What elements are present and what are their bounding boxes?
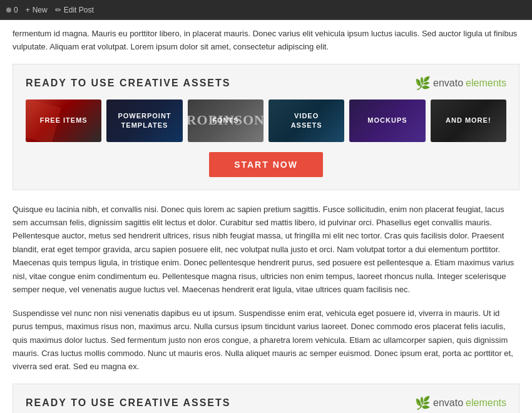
plus-icon: + (26, 6, 30, 14)
wp-dot (6, 8, 11, 13)
envato-text: envato (433, 78, 463, 89)
pencil-icon: ✏ (55, 6, 61, 14)
block2-title: READY TO USE CREATIVE ASSETS (26, 397, 230, 409)
edit-label: Edit Post (64, 6, 94, 14)
envato-logo-2: 🌿 envatoelements (415, 395, 506, 410)
card-label-fonts-1: FONTS (210, 113, 241, 127)
cards-row-1: FREE ITEMS POWERPOINTTEMPLATES Robinson … (26, 99, 506, 142)
edit-post-button[interactable]: ✏ Edit Post (55, 6, 94, 14)
card-label-free-items-1: FREE ITEMS (38, 113, 90, 127)
card-powerpoint-1[interactable]: POWERPOINTTEMPLATES (106, 99, 182, 142)
body-paragraph-1: Quisque eu lacinia nibh, et convallis ni… (13, 203, 519, 297)
body-paragraph-2: Suspendisse vel nunc non nisi venenatis … (13, 307, 519, 374)
envato-text-2: envato (433, 397, 463, 409)
block1-title: READY TO USE CREATIVE ASSETS (26, 78, 230, 89)
creative-block-1: READY TO USE CREATIVE ASSETS 🌿 envatoele… (13, 64, 519, 190)
elements-text: elements (466, 78, 506, 89)
card-label-powerpoint-1: POWERPOINTTEMPLATES (115, 109, 173, 132)
start-now-button-1[interactable]: START NOW (209, 152, 323, 177)
creative-header-2: READY TO USE CREATIVE ASSETS 🌿 envatoele… (26, 395, 506, 410)
card-more-1[interactable]: AND MORE! (431, 99, 506, 142)
new-label: New (33, 6, 48, 14)
creative-block-2: READY TO USE CREATIVE ASSETS 🌿 envatoele… (13, 384, 519, 413)
card-free-items-1[interactable]: FREE ITEMS (26, 99, 101, 142)
intro-paragraph: fermentum id magna. Mauris eu porttitor … (13, 20, 519, 64)
top-bar: 0 + New ✏ Edit Post (0, 0, 532, 20)
card-label-mockups-1: MOCKUPS (365, 113, 409, 127)
envato-leaf-icon: 🌿 (415, 76, 431, 91)
envato-logo-1: 🌿 envatoelements (415, 76, 506, 91)
counter-label: 0 (14, 6, 18, 14)
creative-header-1: READY TO USE CREATIVE ASSETS 🌿 envatoele… (26, 76, 506, 91)
card-fonts-1[interactable]: Robinson FONTS (188, 99, 263, 142)
new-button[interactable]: + New (26, 6, 48, 14)
wp-icon-item: 0 (6, 6, 18, 14)
envato-leaf-icon-2: 🌿 (415, 395, 431, 410)
start-now-wrap-1: START NOW (26, 152, 506, 177)
card-label-video-1: VIDEOASSETS (289, 109, 325, 132)
card-label-more-1: AND MORE! (443, 113, 494, 127)
content-area: fermentum id magna. Mauris eu porttitor … (0, 20, 532, 413)
card-mockups-1[interactable]: MOCKUPS (349, 99, 425, 142)
elements-text-2: elements (466, 397, 506, 409)
card-video-1[interactable]: VIDEOASSETS (269, 99, 344, 142)
